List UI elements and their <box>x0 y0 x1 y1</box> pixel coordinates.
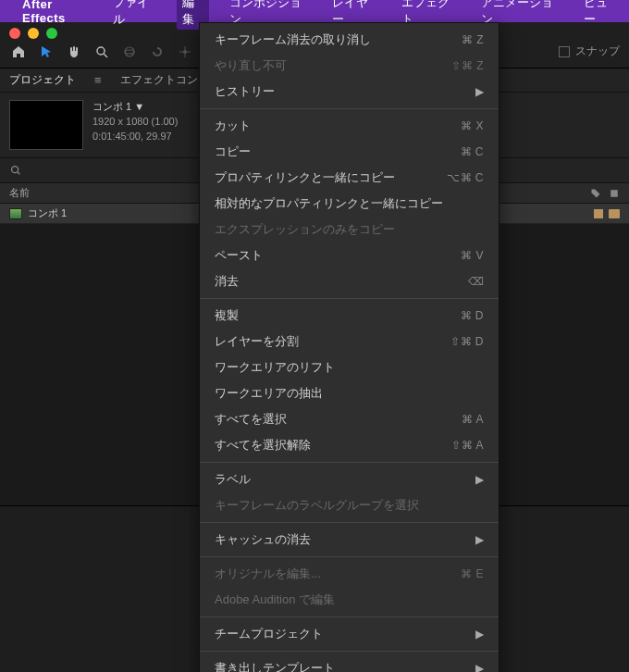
menu-item-shortcut: ⇧⌘ Z <box>451 59 484 72</box>
menu-item-label: エクスプレッションのみをコピー <box>215 221 395 238</box>
svg-point-2 <box>125 47 134 56</box>
svg-line-1 <box>104 54 107 57</box>
submenu-arrow-icon: ▶ <box>475 628 484 641</box>
menu-item[interactable]: すべてを選択⌘ A <box>200 406 499 432</box>
menu-item-label: ワークエリアの抽出 <box>215 385 323 402</box>
menu-item-label: キーフレーム消去の取り消し <box>215 31 371 48</box>
home-icon[interactable] <box>9 43 28 61</box>
svg-point-3 <box>125 50 134 54</box>
submenu-arrow-icon: ▶ <box>475 533 484 546</box>
menu-item-label: やり直し不可 <box>215 57 287 74</box>
submenu-arrow-icon: ▶ <box>475 662 484 672</box>
menu-ファイル[interactable]: ファイル <box>107 0 162 30</box>
menu-item[interactable]: キーフレーム消去の取り消し⌘ Z <box>200 27 499 53</box>
menu-item: やり直し不可⇧⌘ Z <box>200 53 499 79</box>
menu-item-label: コピー <box>215 143 251 160</box>
menu-item[interactable]: すべてを選択解除⇧⌘ A <box>200 432 499 458</box>
menu-item-label: プロパティリンクと一緒にコピー <box>215 169 395 186</box>
menu-item[interactable]: キャッシュの消去▶ <box>200 527 499 553</box>
snap-checkbox[interactable] <box>559 46 570 57</box>
menu-ビュー[interactable]: ビュー <box>578 0 622 30</box>
system-menubar: After Effects ファイル編集コンポジションレイヤーエフェクトアニメー… <box>0 0 629 22</box>
menu-item-label: 書き出しテンプレート <box>215 660 335 672</box>
snap-label: スナップ <box>575 44 620 59</box>
composition-metadata: コンポ 1 ▼ 1920 x 1080 (1.00) 0:01:45:00, 2… <box>92 100 178 144</box>
zoom-window-button[interactable] <box>46 28 57 39</box>
menu-item-label: 複製 <box>215 307 239 324</box>
menu-item[interactable]: 書き出しテンプレート▶ <box>200 655 499 672</box>
svg-point-7 <box>12 167 18 173</box>
rotate-tool-icon[interactable] <box>148 43 166 61</box>
menu-item[interactable]: プロパティリンクと一緒にコピー⌥⌘ C <box>200 165 499 191</box>
anchor-tool-icon[interactable] <box>176 43 194 61</box>
menu-item-label: カット <box>215 118 251 134</box>
type-icon[interactable] <box>609 188 620 199</box>
menu-item-shortcut: ⌘ E <box>461 567 484 580</box>
composition-icon <box>9 208 22 219</box>
selection-tool-icon[interactable] <box>37 43 56 61</box>
menu-item[interactable]: コピー⌘ C <box>200 139 499 165</box>
comp-name: コンポ 1 <box>92 101 131 112</box>
menu-item-shortcut: ⌘ Z <box>462 33 484 46</box>
tab-project[interactable]: プロジェクト <box>9 72 76 88</box>
menu-item-shortcut: ⇧⌘ A <box>451 439 484 452</box>
folder-icon <box>609 209 620 218</box>
menu-divider <box>200 462 499 463</box>
menu-item-shortcut: ⌘ A <box>462 413 484 426</box>
menu-item-label: チームプロジェクト <box>215 626 323 642</box>
menu-item-shortcut: ⇧⌘ D <box>450 335 484 348</box>
menu-item[interactable]: 消去⌫ <box>200 268 499 294</box>
comp-duration: 0:01:45:00, 29.97 <box>92 130 178 144</box>
menu-item-label: ペースト <box>215 247 263 264</box>
menu-item-label: レイヤーを分割 <box>215 333 299 350</box>
zoom-tool-icon[interactable] <box>92 43 111 61</box>
menu-item-shortcut: ⌘ V <box>461 249 484 262</box>
menu-divider <box>200 108 499 109</box>
menu-item[interactable]: ペースト⌘ V <box>200 243 499 268</box>
menu-item[interactable]: チームプロジェクト▶ <box>200 621 499 647</box>
menu-divider <box>200 556 499 557</box>
menu-item[interactable]: ワークエリアの抽出 <box>200 380 499 406</box>
menu-item-label: キャッシュの消去 <box>215 531 311 548</box>
tab-effects[interactable]: エフェクトコン <box>120 72 198 88</box>
submenu-arrow-icon: ▶ <box>475 85 484 98</box>
menu-item[interactable]: カット⌘ X <box>200 113 499 139</box>
menu-item[interactable]: ラベル▶ <box>200 467 499 492</box>
menu-item-shortcut: ⌘ X <box>461 119 484 132</box>
menu-divider <box>200 522 499 523</box>
comp-dimensions: 1920 x 1080 (1.00) <box>92 115 178 130</box>
orbit-tool-icon[interactable] <box>120 43 139 61</box>
menu-item: エクスプレッションのみをコピー <box>200 217 499 243</box>
label-swatch[interactable] <box>594 209 603 218</box>
close-window-button[interactable] <box>9 28 20 39</box>
edit-menu-dropdown: キーフレーム消去の取り消し⌘ Zやり直し不可⇧⌘ Zヒストリー▶カット⌘ Xコピ… <box>199 22 500 672</box>
svg-line-8 <box>18 172 20 175</box>
menu-item-shortcut: ⌘ D <box>461 309 485 322</box>
minimize-window-button[interactable] <box>28 28 39 39</box>
menu-item-shortcut: ⌥⌘ C <box>447 171 484 184</box>
menu-item[interactable]: 複製⌘ D <box>200 303 499 329</box>
menu-divider <box>200 651 499 652</box>
panel-menu-icon[interactable]: ≡ <box>94 73 102 87</box>
menu-item-shortcut: ⌘ C <box>461 145 485 158</box>
menu-item-label: すべてを選択 <box>215 411 287 428</box>
menu-item-label: ヒストリー <box>215 83 275 100</box>
menu-item: Adobe Audition で編集 <box>200 587 499 613</box>
menu-item[interactable]: 相対的なプロパティリンクと一緒にコピー <box>200 191 499 217</box>
hand-tool-icon[interactable] <box>65 43 83 61</box>
tag-icon[interactable] <box>590 188 601 199</box>
menu-item[interactable]: レイヤーを分割⇧⌘ D <box>200 329 499 355</box>
menu-item[interactable]: ヒストリー▶ <box>200 79 499 105</box>
menu-item-label: キーフレームのラベルグループを選択 <box>215 497 419 514</box>
menu-item[interactable]: ワークエリアのリフト <box>200 355 499 380</box>
menu-item-label: オリジナルを編集... <box>215 566 321 582</box>
composition-thumbnail[interactable] <box>9 100 83 150</box>
app-name[interactable]: After Effects <box>22 0 92 25</box>
svg-rect-9 <box>610 190 618 197</box>
menu-item: オリジナルを編集...⌘ E <box>200 561 499 587</box>
svg-point-0 <box>97 47 105 55</box>
menu-item-label: 相対的なプロパティリンクと一緒にコピー <box>215 195 443 212</box>
menu-item-label: 消去 <box>215 273 239 290</box>
menu-item-label: すべてを選択解除 <box>215 437 311 454</box>
menu-divider <box>200 616 499 617</box>
